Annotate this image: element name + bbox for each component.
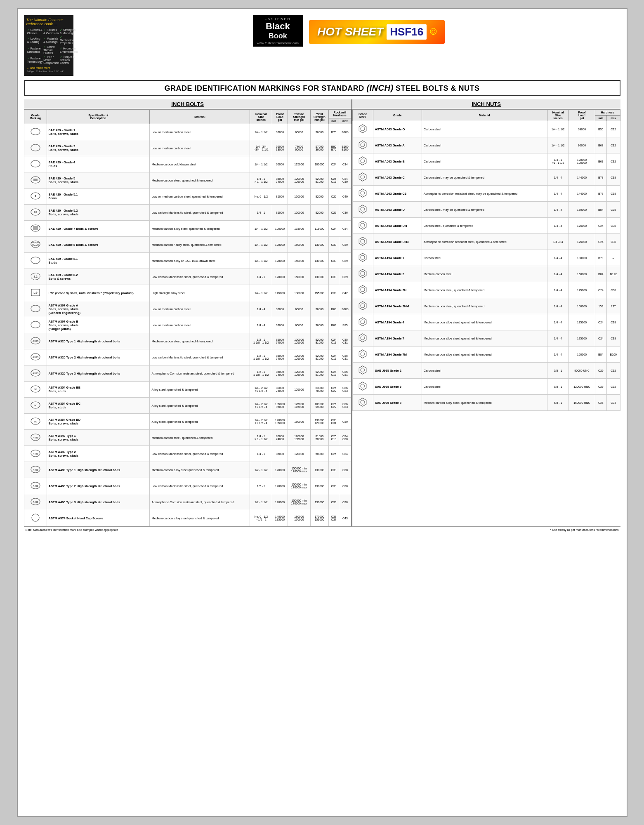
nut-mark-16 xyxy=(352,379,373,395)
svg-point-8 xyxy=(35,195,36,197)
th-grade-mark: GradeMark xyxy=(352,110,373,121)
bolt-spec-24: ASTM A574 Socket Head Cap Screws xyxy=(47,510,150,526)
bolt-mark-15: A325 xyxy=(24,365,47,382)
nut-material-13: Medium carbon alloy steel, quenched & te… xyxy=(422,330,547,346)
nuts-section: INCH NUTS GradeMark Grade Material Nomin… xyxy=(352,99,620,526)
bolt-row-8: SAE 429 - Grade 8.1 StudsMedium carbon a… xyxy=(24,253,351,269)
nut-grade-7: ASTM A563 Grade DH3 xyxy=(373,234,422,250)
svg-point-81 xyxy=(361,320,365,324)
svg-text:BB: BB xyxy=(34,388,37,391)
bolt-row-11: ASTM A307 Grade A Bolts, screws, studs (… xyxy=(24,301,351,317)
bolt-mark-8 xyxy=(24,253,47,269)
bolt-row-18: BDASTM A354 Grade BD Bolts, screws, stud… xyxy=(24,414,351,430)
svg-marker-88 xyxy=(359,382,366,390)
nuts-header: INCH NUTS xyxy=(352,99,620,109)
bolts-header: INCH BOLTS xyxy=(24,99,351,109)
bolt-spec-2: SAE 429 - Grade 4 Studs xyxy=(47,156,150,172)
svg-marker-70 xyxy=(359,237,366,245)
nut-mark-17 xyxy=(352,395,373,411)
bolt-mark-4 xyxy=(24,189,47,205)
nut-mark-2 xyxy=(352,153,373,170)
bolt-row-24: ASTM A574 Socket Head Cap ScrewsMedium c… xyxy=(24,510,351,526)
bolt-mark-6 xyxy=(24,221,47,237)
bolt-spec-9: SAE 429 - Grade 8.2 Bolts & screws xyxy=(47,269,150,285)
bolt-row-3: SAE 429 - Grade 5 Bolts, screws, studsMe… xyxy=(24,172,351,189)
bolt-spec-15: ASTM A325 Type 3 High strength structura… xyxy=(47,365,150,382)
nut-material-6: Carbon steel, quenched & tempered xyxy=(422,218,547,234)
bolt-row-1: SAE 429 - Grade 2 Bolts, screws, studsLo… xyxy=(24,140,351,156)
svg-point-69 xyxy=(361,223,365,227)
nut-row-8: ASTM A194 Grade 1Carbon steel1/4 - 41300… xyxy=(352,250,620,266)
bolt-row-4: SAE 429 - Grade 5.1 SemsLow or medium ca… xyxy=(24,189,351,205)
svg-marker-56 xyxy=(359,125,366,133)
bolt-mark-10: L9 xyxy=(24,285,47,301)
svg-marker-60 xyxy=(359,157,366,165)
nut-grade-1: ASTM A563 Grade A xyxy=(373,137,422,153)
bolt-mark-5 xyxy=(24,205,47,221)
nut-material-1: Carbon steel xyxy=(422,137,547,153)
svg-text:A449: A449 xyxy=(33,436,38,439)
bolt-spec-5: SAE 429 - Grade 5.2 Bolts, screws, studs xyxy=(47,205,150,221)
nut-mark-15 xyxy=(352,363,373,379)
nut-grade-13: ASTM A194 Grade 7 xyxy=(373,330,422,346)
svg-point-55 xyxy=(32,514,39,521)
svg-point-32 xyxy=(31,321,40,328)
nut-material-12: Medium carbon alloy steel, quenched & te… xyxy=(422,314,547,330)
nut-mark-13 xyxy=(352,330,373,346)
nut-material-8: Carbon steel xyxy=(422,250,547,266)
nut-row-14: ASTM A194 Grade 7MMedium carbon alloy st… xyxy=(352,346,620,363)
bolt-row-16: BBASTM A354 Grade BB Bolts, studsAlloy s… xyxy=(24,382,351,398)
svg-point-2 xyxy=(31,160,40,167)
bolt-material-22: Low carbon Martensitic steel, quenched &… xyxy=(150,478,250,494)
bolt-row-17: BCASTM A354 Grade BC Bolts, studsAlloy s… xyxy=(24,398,351,414)
bolt-mark-1 xyxy=(24,140,47,156)
svg-point-89 xyxy=(361,384,365,388)
nut-material-15: Carbon steel xyxy=(422,363,547,379)
nut-mark-1 xyxy=(352,137,373,153)
bolt-mark-21: A490 xyxy=(24,462,47,478)
bolt-mark-24 xyxy=(24,510,47,526)
th-hard-max: max xyxy=(339,118,351,124)
nut-mark-8 xyxy=(352,250,373,266)
th-hardness: RockwellHardness xyxy=(328,110,351,118)
bolt-material-12: Low or medium carbon steel xyxy=(150,317,250,333)
bolt-mark-16: BB xyxy=(24,382,47,398)
bolt-row-10: L9L'9" (Grade 9) Bolts, nuts, washers * … xyxy=(24,285,351,301)
nut-material-0: Carbon steel xyxy=(422,121,547,137)
nut-material-16: Carbon steel xyxy=(422,379,547,395)
th-nut-hard-max: max xyxy=(606,116,620,121)
nut-grade-5: ASTM A563 Grade D xyxy=(373,202,422,218)
bolt-material-19: Medium carbon steel, quenched & tempered xyxy=(150,430,250,446)
bolt-material-17: Alloy steel, quenched & tempered xyxy=(150,398,250,414)
bolt-material-8: Medium carbon alloy or SAE 1041 drawn st… xyxy=(150,253,250,269)
bolt-material-24: Medium carbon alloy steel quenched & tem… xyxy=(150,510,250,526)
svg-point-67 xyxy=(361,207,365,211)
bolt-mark-23: A490 xyxy=(24,494,47,510)
th-grade: Grade xyxy=(373,110,422,121)
book-info: The Ultimate Fastener Reference Book ...… xyxy=(24,15,73,76)
svg-text:A325: A325 xyxy=(32,340,38,342)
nut-row-12: ASTM A194 Grade 4Medium carbon alloy ste… xyxy=(352,314,620,330)
nut-material-9: Medium carbon steel xyxy=(422,266,547,282)
svg-point-87 xyxy=(361,368,365,372)
svg-text:A325: A325 xyxy=(32,372,38,375)
bolt-material-9: Low carbon Martensitic steel, quenched &… xyxy=(150,269,250,285)
nut-grade-0: ASTM A563 Grade O xyxy=(373,121,422,137)
bolt-row-6: SAE 429 - Grade 7 Bolts & screwsMedium c… xyxy=(24,221,351,237)
nut-material-5: Carbon steel, may be quenched & tempered xyxy=(422,202,547,218)
bolt-spec-1: SAE 429 - Grade 2 Bolts, screws, studs xyxy=(47,140,150,156)
main-title: GRADE IDENTIFICATION MARKINGS FOR STANDA… xyxy=(24,80,620,96)
website-url: www.fastenerblackbook.com xyxy=(257,41,299,45)
nut-row-0: ASTM A563 Grade OCarbon steel1/4 - 1 1/2… xyxy=(352,121,620,137)
nut-row-1: ASTM A563 Grade ACarbon steel1/4 - 1 1/2… xyxy=(352,137,620,153)
th-nut-size: NominalSizeinches xyxy=(547,110,569,121)
bolt-spec-7: SAE 429 - Grade 8 Bolts & screws xyxy=(47,237,150,253)
bolt-row-5: SAE 429 - Grade 5.2 Bolts, screws, studs… xyxy=(24,205,351,221)
bolt-material-13: Medium carbon steel, quenched & tempered xyxy=(150,333,250,349)
bolts-section: INCH BOLTS GradeMarking Specification /D… xyxy=(24,99,352,526)
nut-row-3: ASTM A563 Grade CCarbon steel, may be qu… xyxy=(352,170,620,186)
nut-grade-3: ASTM A563 Grade C xyxy=(373,170,422,186)
svg-marker-82 xyxy=(359,334,366,342)
bolt-row-15: A325ASTM A325 Type 3 High strength struc… xyxy=(24,365,351,382)
bolt-material-3: Medium carbon steel, quenched & tempered xyxy=(150,172,250,189)
